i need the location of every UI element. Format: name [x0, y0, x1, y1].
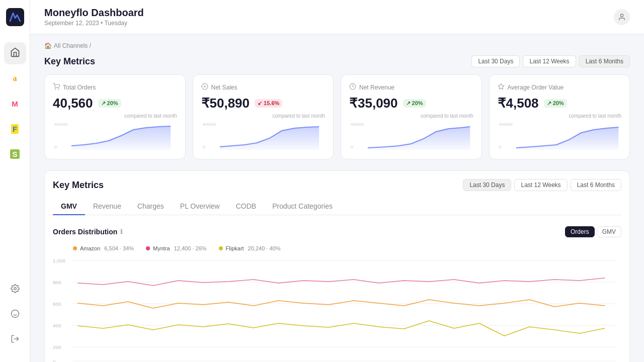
time-filter-2-6-months[interactable]: Last 6 Months	[571, 179, 621, 191]
svg-point-7	[55, 89, 56, 89]
amazon-icon: a	[13, 74, 17, 83]
flipkart-icon: F	[11, 124, 19, 134]
sidebar-item-logout[interactable]	[4, 328, 26, 350]
svg-text:40000: 40000	[202, 122, 216, 127]
chart-body: 1,000 800 600 400 200 0	[53, 255, 621, 362]
sidebar-item-myntra[interactable]: M	[4, 93, 26, 115]
tab-revenue[interactable]: Revenue	[85, 198, 129, 215]
net-sales-sparkline: 40000 0	[201, 121, 326, 151]
sidebar-item-amazon[interactable]: a	[4, 67, 26, 89]
sidebar-bottom	[4, 278, 26, 354]
sidebar-item-support[interactable]	[4, 303, 26, 325]
flipkart-legend-dot	[219, 246, 223, 250]
chart-title: Orders Distribution ℹ	[53, 228, 123, 236]
tab-product-categories[interactable]: Product Categories	[264, 198, 341, 215]
net-revenue-badge: ↗ 20%	[403, 99, 426, 108]
sidebar-item-settings[interactable]	[4, 278, 26, 300]
tab-gmv[interactable]: GMV	[53, 198, 85, 215]
svg-text:40000: 40000	[499, 122, 512, 127]
time-filter-30-days[interactable]: Last 30 Days	[471, 55, 520, 67]
support-icon	[11, 309, 20, 318]
key-metrics-title-1: Key Metrics	[44, 56, 95, 67]
time-filter-12-weeks[interactable]: Last 12 Weeks	[523, 55, 576, 67]
key-metrics-title-2: Key Metrics	[53, 180, 104, 191]
svg-point-8	[58, 89, 59, 89]
user-icon	[618, 13, 626, 21]
breadcrumb-path: All Channels /	[54, 42, 91, 49]
svg-text:1,000: 1,000	[53, 258, 65, 263]
sidebar-item-shopify[interactable]: S	[4, 143, 26, 165]
total-orders-compare: compared to last month	[53, 113, 177, 119]
chart-tabs: GMV Revenue Charges PL Overview CODB Pro…	[53, 198, 621, 215]
metric-card-avg-order: Average Order Value ₹4,508 ↗ 20% compare…	[489, 74, 630, 159]
breadcrumb: 🏠 All Channels /	[44, 42, 630, 49]
info-icon: ℹ	[120, 228, 123, 235]
breadcrumb-home-icon: 🏠	[44, 42, 52, 49]
time-filter-2-30-days[interactable]: Last 30 Days	[463, 179, 511, 191]
chart-title-text: Orders Distribution	[53, 228, 117, 236]
svg-point-1	[14, 288, 16, 290]
avg-order-sparkline: 40000 0	[498, 121, 622, 151]
page-content: 🏠 All Channels / Key Metrics Last 30 Day…	[30, 34, 644, 362]
toggle-gmv[interactable]: GMV	[597, 226, 621, 237]
flipkart-legend-value: 20,240 · 40%	[248, 245, 281, 251]
net-sales-compare: compared to last month	[201, 113, 326, 119]
key-metrics-section-1-header: Key Metrics Last 30 Days Last 12 Weeks L…	[44, 55, 630, 67]
chart-toggle: Orders GMV	[565, 226, 621, 237]
toggle-orders[interactable]: Orders	[565, 226, 595, 237]
amazon-legend-name: Amazon	[80, 245, 100, 251]
header-text: Moneyflo Dashboard September 12, 2023 • …	[44, 7, 144, 27]
sidebar-nav: a M F S	[4, 42, 26, 276]
cart-icon	[53, 83, 60, 92]
total-orders-value: 40,560	[53, 96, 93, 111]
svg-text:0: 0	[350, 145, 353, 149]
sidebar-item-flipkart[interactable]: F	[4, 118, 26, 140]
tab-charges[interactable]: Charges	[129, 198, 172, 215]
net-revenue-value: ₹35,090	[349, 96, 398, 111]
time-filters-2: Last 30 Days Last 12 Weeks Last 6 Months	[463, 179, 621, 191]
legend-myntra: Myntra 12,400 · 26%	[146, 245, 206, 251]
key-metrics-section-2-header: Key Metrics Last 30 Days Last 12 Weeks L…	[53, 179, 621, 191]
avg-order-icon	[498, 83, 505, 92]
shopify-icon: S	[10, 149, 19, 159]
chart-header: Orders Distribution ℹ Orders GMV	[53, 226, 621, 237]
svg-text:40000: 40000	[350, 122, 364, 127]
legend-amazon: Amazon 6,504 · 34%	[73, 245, 134, 251]
legend-flipkart: Flipkart 20,240 · 40%	[219, 245, 281, 251]
net-revenue-label: Net Revenue	[359, 84, 394, 91]
tab-codb[interactable]: CODB	[228, 198, 264, 215]
svg-text:600: 600	[53, 301, 61, 306]
orders-chart-container: Orders Distribution ℹ Orders GMV Amazon …	[53, 222, 621, 362]
metric-card-net-sales: Net Sales ₹50,890 ↙ 15.6% compared to la…	[193, 74, 334, 159]
tab-pl-overview[interactable]: PL Overview	[172, 198, 228, 215]
main-content: Moneyflo Dashboard September 12, 2023 • …	[30, 0, 644, 362]
avg-order-value: ₹4,508	[498, 96, 539, 111]
myntra-legend-dot	[146, 246, 150, 250]
net-sales-value: ₹50,890	[201, 96, 250, 111]
svg-point-2	[11, 310, 19, 318]
user-avatar[interactable]	[614, 9, 630, 25]
myntra-legend-value: 12,400 · 26%	[174, 245, 207, 251]
svg-text:400: 400	[53, 323, 61, 328]
total-orders-badge: ↗ 20%	[98, 99, 121, 108]
svg-text:0: 0	[53, 359, 56, 362]
logo	[6, 8, 24, 28]
net-revenue-compare: compared to last month	[349, 113, 473, 119]
header: Moneyflo Dashboard September 12, 2023 • …	[30, 0, 644, 34]
logout-icon	[11, 334, 20, 343]
avg-order-badge: ↗ 20%	[544, 99, 567, 108]
avg-order-compare: compared to last month	[498, 113, 622, 119]
myntra-icon: M	[12, 100, 18, 108]
chart-legend: Amazon 6,504 · 34% Myntra 12,400 · 26% F…	[73, 245, 621, 251]
home-icon	[10, 47, 20, 59]
metric-card-total-orders: Total Orders 40,560 ↗ 20% compared to la…	[44, 74, 186, 159]
time-filter-2-12-weeks[interactable]: Last 12 Weeks	[514, 179, 567, 191]
metric-cards-grid: Total Orders 40,560 ↗ 20% compared to la…	[44, 74, 630, 159]
sidebar-item-home[interactable]	[4, 42, 26, 64]
myntra-legend-name: Myntra	[153, 245, 170, 251]
settings-icon	[11, 284, 20, 293]
time-filters-1: Last 30 Days Last 12 Weeks Last 6 Months	[471, 55, 630, 67]
time-filter-6-months[interactable]: Last 6 Months	[579, 55, 630, 67]
svg-text:40000: 40000	[54, 122, 67, 127]
sidebar: a M F S	[0, 0, 30, 362]
